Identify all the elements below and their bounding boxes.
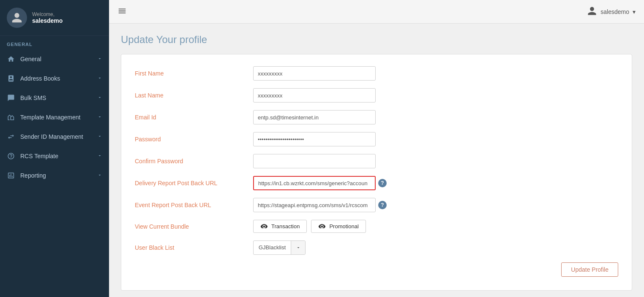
event-report-input-group: ? (253, 198, 387, 212)
eye-icon (260, 223, 268, 230)
chevron-down-icon (97, 172, 102, 179)
delivery-report-help-icon[interactable]: ? (378, 179, 387, 187)
password-input[interactable] (253, 132, 376, 146)
sidebar-item-label: Reporting (20, 172, 46, 179)
topbar-dropdown-arrow: ▾ (633, 8, 636, 15)
delivery-report-input-group: ? (253, 176, 387, 190)
last-name-input[interactable] (253, 88, 376, 103)
topbar-username: salesdemo (600, 8, 629, 15)
senderid-icon (7, 132, 15, 141)
password-label: Password (135, 136, 253, 143)
email-label: Email Id (135, 114, 253, 121)
first-name-input[interactable] (253, 66, 376, 81)
content-area: Update Your profile First Name Last Name… (109, 24, 644, 297)
view-bundle-row: View Current Bundle Transaction Promotio… (135, 220, 618, 233)
event-report-label: Event Report Post Back URL (135, 202, 253, 208)
last-name-row: Last Name (135, 88, 618, 103)
chevron-down-icon (97, 133, 102, 140)
confirm-password-label: Confirm Password (135, 158, 253, 165)
sidebar-item-label: Template Management (20, 114, 80, 121)
chevron-down-icon (97, 114, 102, 121)
welcome-text: Welcome, (32, 11, 63, 17)
confirm-password-input[interactable] (253, 154, 376, 168)
last-name-label: Last Name (135, 92, 253, 99)
event-report-help-icon[interactable]: ? (378, 201, 387, 209)
event-report-row: Event Report Post Back URL ? (135, 198, 618, 212)
chevron-down-icon (97, 75, 102, 82)
promotional-btn-label: Promotional (329, 223, 358, 230)
first-name-row: First Name (135, 66, 618, 81)
sidebar-item-label: General (20, 56, 41, 62)
delivery-report-row: Delivery Report Post Back URL ? (135, 176, 618, 190)
blacklist-dropdown-arrow[interactable] (291, 240, 305, 255)
sidebar-welcome-block: Welcome, salesdemo (32, 11, 63, 24)
sidebar-item-general[interactable]: General (0, 49, 109, 69)
sidebar-item-label: Bulk SMS (20, 94, 46, 101)
sidebar-item-sender-id-management[interactable]: Sender ID Management (0, 127, 109, 146)
email-input[interactable] (253, 110, 376, 124)
confirm-password-row: Confirm Password (135, 154, 618, 168)
topbar-user-menu[interactable]: salesdemo ▾ (587, 6, 636, 17)
chevron-down-icon (97, 94, 102, 101)
first-name-label: First Name (135, 70, 253, 77)
sidebar-item-bulk-sms[interactable]: Bulk SMS (0, 88, 109, 108)
sidebar-item-reporting[interactable]: Reporting (0, 166, 109, 185)
profile-form-card: First Name Last Name Email Id Password C… (121, 54, 632, 291)
sidebar-item-label: Sender ID Management (20, 133, 83, 140)
sidebar: Welcome, salesdemo GENERAL General Addre… (0, 0, 109, 297)
template-icon (7, 113, 15, 122)
eye-icon-2 (318, 223, 326, 230)
rcs-icon (7, 152, 15, 160)
sidebar-item-label: RCS Template (20, 153, 58, 159)
main-area: salesdemo ▾ Update Your profile First Na… (109, 0, 644, 297)
topbar: salesdemo ▾ (109, 0, 644, 24)
sidebar-item-template-management[interactable]: Template Management (0, 108, 109, 127)
email-row: Email Id (135, 110, 618, 124)
blacklist-row: User Black List GJBlacklist (135, 240, 618, 255)
sidebar-item-label: Address Books (20, 75, 60, 82)
sms-icon (7, 94, 15, 102)
home-icon (7, 55, 15, 63)
view-bundle-label: View Current Bundle (135, 223, 253, 230)
sidebar-item-rcs-template[interactable]: RCS Template (0, 146, 109, 166)
sidebar-section-general: GENERAL (0, 36, 109, 49)
topbar-left (117, 6, 127, 17)
transaction-btn-label: Transaction (271, 223, 300, 230)
promotional-button[interactable]: Promotional (311, 220, 366, 233)
blacklist-value: GJBlacklist (254, 240, 291, 255)
sidebar-header: Welcome, salesdemo (0, 0, 109, 36)
blacklist-select[interactable]: GJBlacklist (253, 240, 306, 255)
delivery-report-label: Delivery Report Post Back URL (135, 180, 253, 186)
page-title: Update Your profile (121, 34, 632, 46)
sidebar-username: salesdemo (32, 17, 63, 24)
transaction-button[interactable]: Transaction (253, 220, 307, 233)
hamburger-icon[interactable] (117, 6, 127, 17)
event-report-input[interactable] (253, 198, 376, 212)
chevron-down-icon (97, 153, 102, 159)
reporting-icon (7, 171, 15, 180)
chevron-down-icon (97, 56, 102, 62)
user-icon (587, 6, 597, 17)
avatar (7, 8, 27, 28)
blacklist-label: User Black List (135, 244, 253, 251)
form-footer: Update Profile (135, 262, 618, 277)
password-row: Password (135, 132, 618, 146)
sidebar-item-address-books[interactable]: Address Books (0, 69, 109, 88)
bundle-buttons: Transaction Promotional (253, 220, 366, 233)
book-icon (7, 74, 15, 83)
delivery-report-input[interactable] (253, 176, 376, 190)
update-profile-button[interactable]: Update Profile (561, 262, 618, 277)
